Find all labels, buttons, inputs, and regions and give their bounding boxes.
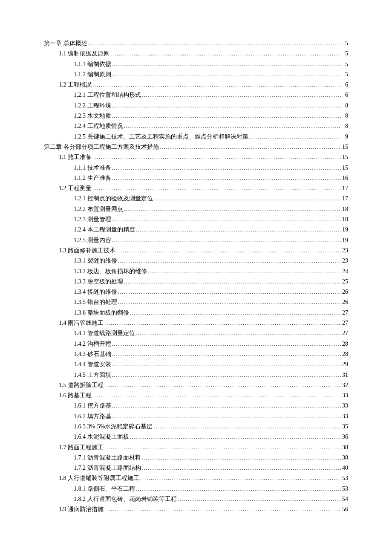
- toc-page-number: 25: [342, 277, 348, 286]
- toc-entry[interactable]: 1.2 工程测量17: [59, 183, 348, 194]
- toc-title: 1.3.2 板边、板角损坏的维修: [74, 266, 147, 276]
- toc-entry[interactable]: 1.6.2 填方路基33: [74, 411, 348, 422]
- toc-entry[interactable]: 1.2 工程概况6: [59, 80, 348, 90]
- toc-title: 1.6.2 填方路基: [74, 411, 111, 421]
- toc-entry[interactable]: 1.6.1 挖方路基33: [74, 401, 348, 411]
- toc-entry[interactable]: 1.6.3 3%-5%水泥稳定碎石基层35: [74, 422, 348, 432]
- toc-entry[interactable]: 1.3.1 裂缝的维修23: [74, 256, 348, 266]
- toc-page-number: 28: [342, 349, 348, 359]
- toc-title: 1.3.5 错台的处理: [74, 297, 117, 307]
- toc-leader-dots: [178, 494, 342, 504]
- toc-title: 1.5 道路拆除工程: [59, 380, 104, 390]
- table-of-contents: 第一章 总体概述51.1 编制依据及原则51.1.1 编制依据51.1.2 编制…: [44, 38, 348, 515]
- toc-entry[interactable]: 1.4.4 管道安装29: [74, 359, 348, 370]
- toc-title: 1.4 雨污管线施工: [59, 318, 104, 328]
- toc-entry[interactable]: 1.2.4 工程地质情况8: [74, 121, 348, 131]
- toc-entry[interactable]: 1.2.2 布置测量网点18: [74, 204, 348, 214]
- toc-page-number: 8: [342, 111, 348, 121]
- toc-entry[interactable]: 1.2.1 工程位置和结构形式6: [74, 90, 348, 100]
- toc-entry[interactable]: 1.4.2 沟槽开挖28: [74, 339, 348, 349]
- toc-entry[interactable]: 1.1 编制依据及原则5: [59, 49, 348, 59]
- toc-leader-dots: [112, 370, 342, 380]
- toc-entry[interactable]: 1.2.5 关键施工技术、工艺及工程实施的重点、难点分析和解决对策9: [74, 132, 348, 142]
- toc-leader-dots: [124, 121, 342, 131]
- toc-page-number: 35: [342, 422, 348, 431]
- toc-title: 1.6 路基工程: [59, 390, 92, 400]
- toc-leader-dots: [112, 173, 342, 183]
- toc-entry[interactable]: 1.6 路基工程33: [59, 390, 348, 401]
- toc-entry[interactable]: 第二章 各分部分项工程施工方案及技术措施15: [44, 142, 348, 152]
- toc-entry[interactable]: 1.7.2 沥青混凝土路面结构40: [74, 463, 348, 473]
- toc-entry[interactable]: 1.4.3 砂石基础28: [74, 349, 348, 359]
- toc-leader-dots: [104, 318, 341, 328]
- toc-entry[interactable]: 1.8.2 人行道面包砖、花岗岩铺装等工程54: [74, 494, 348, 504]
- toc-leader-dots: [112, 60, 342, 69]
- toc-entry[interactable]: 1.1.2 生产准备16: [74, 173, 348, 183]
- toc-leader-dots: [136, 225, 342, 235]
- toc-leader-dots: [112, 111, 342, 121]
- toc-entry[interactable]: 1.2.2 工程环境8: [74, 101, 348, 111]
- toc-page-number: 27: [342, 328, 348, 338]
- toc-page-number: 5: [342, 38, 348, 48]
- toc-entry[interactable]: 1.3.2 板边、板角损坏的维修24: [74, 266, 348, 277]
- toc-entry[interactable]: 1.2.4 本工程测量的精度19: [74, 225, 348, 235]
- toc-title: 1.1.1 编制依据: [74, 59, 111, 69]
- toc-entry[interactable]: 1.2.3 测量管理18: [74, 214, 348, 225]
- toc-entry[interactable]: 第一章 总体概述5: [44, 38, 348, 49]
- toc-page-number: 15: [342, 152, 348, 162]
- toc-entry[interactable]: 1.2.5 测量内容19: [74, 235, 348, 246]
- toc-title: 1.3 路面修补施工技术: [59, 246, 115, 255]
- toc-entry[interactable]: 1.5 道路拆除工程32: [59, 380, 348, 390]
- toc-entry[interactable]: 1.1.1 编制依据5: [74, 59, 348, 69]
- toc-title: 1.2.5 关键施工技术、工艺及工程实施的重点、难点分析和解决对策: [74, 132, 248, 142]
- toc-page-number: 38: [342, 453, 348, 462]
- toc-title: 1.4.4 管道安装: [74, 359, 111, 369]
- toc-entry[interactable]: 1.1.1 技术准备15: [74, 163, 348, 173]
- toc-title: 1.2.4 本工程测量的精度: [74, 225, 135, 234]
- toc-page-number: 33: [342, 411, 348, 421]
- toc-page-number: 40: [342, 463, 348, 473]
- toc-leader-dots: [112, 101, 342, 111]
- toc-title: 1.3.3 脱空板的处理: [74, 277, 123, 286]
- toc-leader-dots: [142, 463, 342, 473]
- toc-leader-dots: [112, 412, 342, 422]
- toc-entry[interactable]: 1.3.5 错台的处理26: [74, 297, 348, 307]
- toc-page-number: 6: [342, 80, 348, 90]
- toc-entry[interactable]: 1.4.1 管道线路测量定位27: [74, 328, 348, 338]
- toc-leader-dots: [140, 474, 341, 483]
- toc-title: 1.2.1 控制点的验收及测量定位: [74, 194, 153, 203]
- toc-entry[interactable]: 1.3.6 整块面板的翻修27: [74, 308, 348, 318]
- toc-page-number: 15: [342, 142, 348, 152]
- toc-entry[interactable]: 1.6.4 水泥混凝土面板36: [74, 432, 348, 442]
- toc-entry[interactable]: 1.4 雨污管线施工27: [59, 318, 348, 328]
- toc-title: 1.7 路面工程施工: [59, 442, 104, 452]
- toc-title: 1.8.1 路侧石、平石工程: [74, 484, 135, 494]
- toc-entry[interactable]: 1.8 人行道铺装等附属工程施工53: [59, 473, 348, 483]
- toc-entry[interactable]: 1.9 通病防治措施56: [59, 504, 348, 515]
- toc-leader-dots: [112, 350, 342, 359]
- toc-leader-dots: [110, 49, 341, 59]
- toc-entry[interactable]: 1.2.1 控制点的验收及测量定位17: [74, 194, 348, 204]
- toc-entry[interactable]: 1.8.1 路侧石、平石工程53: [74, 484, 348, 494]
- toc-entry[interactable]: 1.7.1 沥青混凝土路面材料38: [74, 453, 348, 463]
- toc-leader-dots: [118, 256, 342, 266]
- toc-leader-dots: [154, 422, 342, 432]
- toc-entry[interactable]: 1.3.3 脱空板的处理25: [74, 277, 348, 287]
- toc-leader-dots: [118, 287, 342, 297]
- toc-entry[interactable]: 1.1.2 编制原则5: [74, 69, 348, 80]
- toc-page-number: 18: [342, 204, 348, 214]
- toc-entry[interactable]: 1.4.5 土方回填31: [74, 370, 348, 380]
- toc-entry[interactable]: 1.3 路面修补施工技术23: [59, 246, 348, 256]
- toc-page-number: 26: [342, 297, 348, 307]
- toc-page-number: 32: [342, 380, 348, 390]
- toc-entry[interactable]: 1.3.4 接缝的维修26: [74, 287, 348, 297]
- toc-entry[interactable]: 1.1 施工准备15: [59, 152, 348, 162]
- toc-entry[interactable]: 1.7 路面工程施工38: [59, 442, 348, 453]
- toc-page-number: 19: [342, 235, 348, 245]
- toc-title: 1.8.2 人行道面包砖、花岗岩铺装等工程: [74, 494, 177, 504]
- toc-page-number: 5: [342, 69, 348, 79]
- toc-entry[interactable]: 1.2.3 水文地质8: [74, 111, 348, 121]
- toc-page-number: 9: [342, 132, 348, 142]
- toc-page-number: 18: [342, 214, 348, 224]
- toc-title: 1.3.6 整块面板的翻修: [74, 308, 129, 318]
